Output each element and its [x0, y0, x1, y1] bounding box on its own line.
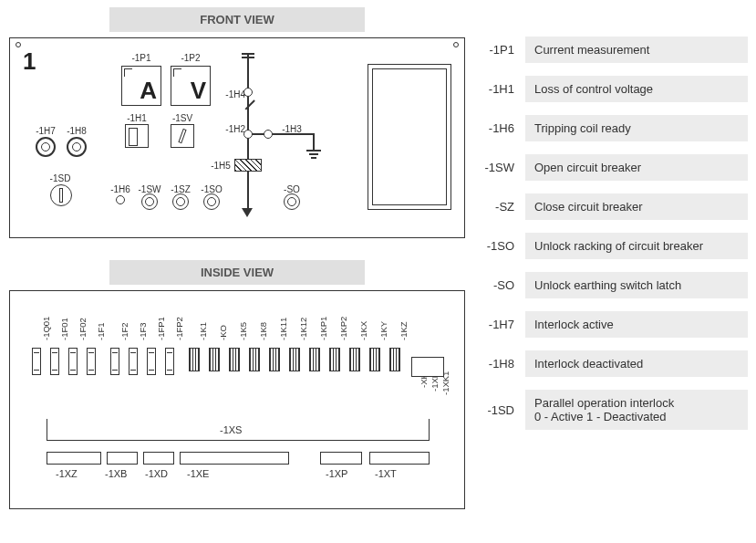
legend-code: -1H6: [474, 121, 525, 135]
button-so1[interactable]: [203, 193, 220, 210]
legend-desc: Interlock deactivated: [525, 350, 748, 377]
legend-desc: Parallel operation interlock 0 - Active …: [525, 390, 748, 430]
screw-icon: [16, 42, 21, 47]
label-xs: -1XS: [220, 424, 242, 435]
indicator-h2: [243, 130, 253, 139]
terminal-xe: [180, 452, 289, 465]
node-icon: [264, 130, 273, 139]
legend-code: -1SO: [474, 239, 525, 253]
component-1f01: [50, 348, 59, 375]
device-a1: [368, 64, 451, 210]
legend-desc: Close circuit breaker: [525, 193, 748, 220]
component-1ky: [369, 348, 380, 371]
label-1kx: -1KX: [358, 321, 368, 340]
label-xz: -1XZ: [56, 468, 78, 479]
label-1q01: -1Q01: [41, 317, 51, 340]
legend-code: -SZ: [474, 200, 525, 214]
switch-sd[interactable]: [50, 184, 72, 206]
front-view-title: FRONT VIEW: [109, 7, 365, 32]
component-1f1: [87, 348, 96, 375]
legend-desc: Tripping coil ready: [525, 115, 748, 141]
terminal-xd: [143, 452, 174, 465]
legend-code: -1H8: [474, 357, 525, 371]
indicator-h7: [36, 137, 56, 157]
label-h5: -1H5: [207, 161, 234, 171]
meter-p1-letter: A: [140, 77, 157, 105]
label-h3: -1H3: [280, 124, 304, 134]
label-xe: -1XE: [187, 468, 209, 479]
label-h6: -1H6: [109, 184, 132, 194]
component-1f3: [129, 348, 138, 375]
legend-code: -1H7: [474, 318, 525, 331]
component-1k8: [249, 348, 260, 371]
legend-code: -1H1: [474, 82, 525, 96]
screw-icon: [453, 42, 459, 47]
legend-row-1h8: -1H8Interlock deactivated: [474, 350, 748, 377]
label-1f1: -1F1: [96, 322, 106, 340]
component-1k11: [269, 348, 280, 371]
label-1fp1: -1FP1: [156, 317, 166, 340]
meter-p2-letter: V: [191, 77, 206, 105]
legend-desc: Unlock racking of circuit breaker: [525, 233, 748, 259]
label-1kp1: -1KP1: [318, 317, 328, 340]
legend-desc: Open circuit breaker: [525, 154, 748, 181]
indicator-h8: [67, 137, 87, 157]
label-h4: -1H4: [222, 89, 245, 99]
label-1f2: -1F2: [119, 322, 129, 340]
device-h1: [125, 124, 149, 148]
indicator-h6: [116, 195, 125, 204]
label-h8: -1H8: [63, 126, 90, 136]
component-1kz: [389, 348, 400, 371]
legend-desc: Current measurement: [525, 37, 748, 63]
device-h5: [234, 159, 262, 172]
button-so[interactable]: [284, 193, 300, 210]
button-sz[interactable]: [172, 193, 189, 210]
front-panel: 1 -1P1 A -1P2 V -1H1 -1SV -1H7 -1H8 -1SD…: [9, 37, 465, 238]
label-p1: -1P1: [121, 53, 161, 63]
label-p2: -1P2: [171, 53, 211, 63]
component-1fp1: [147, 348, 156, 375]
label-xb: -1XB: [105, 468, 127, 479]
label-xp: -1XP: [326, 468, 347, 479]
component-1kp1: [309, 348, 320, 371]
label-1k8: -1K8: [258, 322, 268, 340]
component-1f2: [110, 348, 119, 375]
legend-code: -1P1: [474, 43, 525, 57]
legend-row-1h1: -1H1Loss of control voltage: [474, 76, 748, 102]
label-xd: -1XD: [145, 468, 168, 479]
label-1kz: -1KZ: [399, 321, 409, 340]
indicator-h4: [243, 88, 253, 97]
ground-icon: [304, 150, 324, 162]
terminal-xb: [107, 452, 138, 465]
label-1f01: -1F01: [59, 318, 69, 340]
component-1k5: [229, 348, 240, 371]
label-h7: -1H7: [32, 126, 59, 136]
label-sd: -1SD: [47, 173, 74, 183]
label-h1: -1H1: [123, 113, 150, 123]
label-h2: -1H2: [222, 124, 245, 134]
label-sv: -1SV: [167, 113, 198, 123]
meter-p2: V: [171, 66, 211, 106]
button-sw[interactable]: [141, 193, 158, 210]
component-ko: [209, 348, 220, 371]
legend-row-1p1: -1P1Current measurement: [474, 37, 748, 63]
legend-code: -1SD: [474, 403, 525, 417]
terminal-xz: [47, 452, 101, 465]
legend: -1P1Current measurement-1H1Loss of contr…: [474, 37, 748, 443]
label-1f3: -1F3: [138, 322, 148, 340]
label-1k12: -1K12: [298, 318, 308, 340]
component-1q01: [32, 348, 41, 375]
component-1k1: [189, 348, 200, 371]
label-1kp2: -1KP2: [338, 317, 348, 340]
component-1k12: [289, 348, 300, 371]
legend-desc: Interlock active: [525, 311, 748, 338]
meter-p1: A: [121, 66, 161, 106]
terminal-xp: [320, 452, 362, 465]
legend-row-1so: -1SOUnlock racking of circuit breaker: [474, 233, 748, 259]
label-xt: -1XT: [375, 468, 397, 479]
label-1k5: -1K5: [238, 322, 248, 340]
label-1f02: -1F02: [78, 318, 88, 340]
component-1f02: [68, 348, 78, 375]
selector-sv[interactable]: [171, 124, 194, 148]
inside-view-title: INSIDE VIEW: [109, 260, 365, 285]
